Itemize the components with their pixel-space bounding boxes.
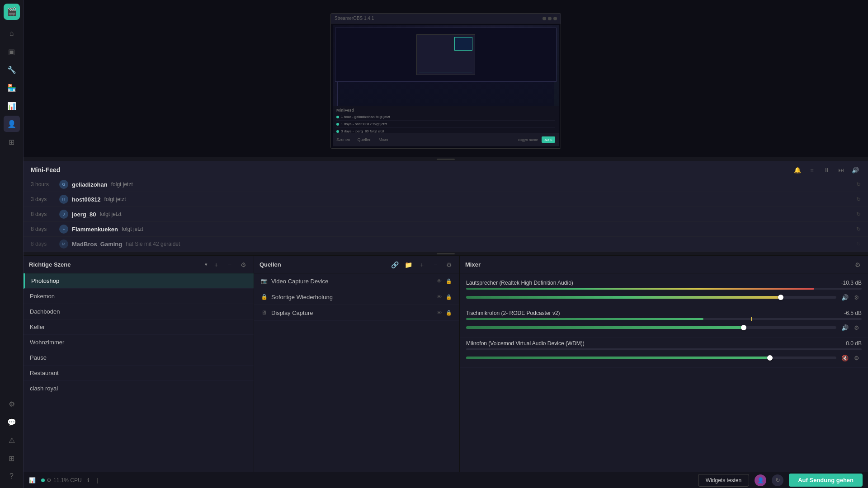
sidebar-item-users[interactable]: 👤 bbox=[4, 116, 20, 132]
widgets-test-button[interactable]: Widgets testen bbox=[698, 474, 749, 487]
mixer-track-container-3: 🔇 ⚙ bbox=[466, 353, 862, 363]
mixer-item-mikrofon: Mikrofon (Voicemod Virtual Audio Device … bbox=[460, 338, 868, 368]
source-icon-display: 🖥 bbox=[260, 309, 268, 316]
cpu-status-dot bbox=[41, 479, 45, 482]
feed-refresh-4[interactable]: ↻ bbox=[856, 226, 861, 232]
feed-avatar-3: J bbox=[59, 210, 68, 219]
sidebar-item-analytics[interactable]: 📊 bbox=[4, 98, 20, 114]
feed-refresh-1[interactable]: ↻ bbox=[856, 181, 861, 188]
status-info[interactable]: ℹ bbox=[87, 477, 90, 483]
feed-item-2: 3 days H host00312 folgt jetzt ↻ bbox=[24, 192, 868, 207]
refresh-button[interactable]: ↻ bbox=[772, 474, 783, 486]
go-live-button[interactable]: Auf Sendung gehen bbox=[789, 474, 863, 487]
scene-item-restaurant[interactable]: Restaurant bbox=[24, 366, 254, 381]
source-lock-btn-video[interactable]: 🔒 bbox=[445, 277, 453, 285]
scene-item-dachboden[interactable]: Dachboden bbox=[24, 304, 254, 319]
source-eye-btn-display[interactable]: 👁 bbox=[435, 309, 443, 317]
minifeed-filter-btn[interactable]: ≡ bbox=[807, 164, 817, 175]
preview-screen: MiniFesd 1 hour - geliadizohan folgt jet… bbox=[333, 25, 559, 146]
cpu-label: 11.1% CPU bbox=[53, 477, 82, 483]
preview-window: StreamerOBS 1.4.1 bbox=[330, 13, 561, 149]
minifeed-title: Mini-Feed bbox=[31, 166, 60, 174]
minimize-dot[interactable] bbox=[542, 17, 546, 20]
sources-link-btn[interactable]: 🔗 bbox=[390, 260, 400, 270]
mixer-track-container-1: 🔊 ⚙ bbox=[466, 292, 862, 302]
drag-handle-bar bbox=[437, 159, 455, 160]
mixer-fill-1 bbox=[466, 296, 781, 299]
sidebar-item-help[interactable]: ? bbox=[4, 468, 20, 484]
mixer-volume-btn-3[interactable]: 🔇 bbox=[840, 353, 850, 363]
sidebar-item-layout[interactable]: ⊞ bbox=[4, 450, 20, 466]
mixer-device-name-1: Lautsprecher (Realtek High Definition Au… bbox=[466, 280, 830, 286]
mixer-volume-btn-2[interactable]: 🔊 bbox=[840, 323, 850, 333]
sidebar-item-tools[interactable]: 🔧 bbox=[4, 61, 20, 78]
sidebar-item-store[interactable]: 🏪 bbox=[4, 80, 20, 96]
preview-start-btn[interactable]: Auf S bbox=[542, 136, 555, 143]
drag-handle-1[interactable] bbox=[24, 157, 868, 161]
sidebar-item-scene[interactable]: ▣ bbox=[4, 43, 20, 60]
mixer-thumb-2[interactable] bbox=[741, 325, 746, 330]
sources-panel: Quellen 🔗 📁 + − ⚙ 📷 Video Capture Device… bbox=[254, 256, 460, 488]
feed-refresh-5[interactable]: ↻ bbox=[856, 241, 861, 247]
feed-username-2: host00312 bbox=[72, 196, 101, 203]
scene-item-clash-royal[interactable]: clash royal bbox=[24, 381, 254, 396]
feed-username-4: Flammenkueken bbox=[72, 226, 118, 233]
mixer-items-list: Lautsprecher (Realtek High Definition Au… bbox=[460, 273, 868, 488]
source-name-replay: Sofortige Wiederholung bbox=[271, 294, 431, 300]
mixer-thumb-1[interactable] bbox=[778, 295, 783, 300]
source-item-video-capture[interactable]: 📷 Video Capture Device 👁 🔒 bbox=[254, 273, 459, 289]
sidebar-item-feedback[interactable]: 💬 bbox=[4, 414, 20, 430]
profile-avatar[interactable]: 👤 bbox=[755, 474, 766, 486]
mixer-volume-btn-1[interactable]: 🔊 bbox=[840, 292, 850, 302]
scenes-add-btn[interactable]: + bbox=[211, 260, 221, 270]
mixer-settings-device-btn-2[interactable]: ⚙ bbox=[852, 323, 862, 333]
main-content: StreamerOBS 1.4.1 bbox=[24, 0, 868, 488]
feed-action-3: folgt jetzt bbox=[99, 211, 121, 217]
drag-handle-2[interactable] bbox=[24, 252, 868, 255]
source-eye-btn-replay[interactable]: 👁 bbox=[435, 293, 443, 301]
feed-refresh-3[interactable]: ↻ bbox=[856, 211, 861, 217]
source-lock-btn-display[interactable]: 🔒 bbox=[445, 309, 453, 317]
sidebar-item-settings[interactable]: ⚙ bbox=[4, 396, 20, 412]
sources-settings-btn[interactable]: ⚙ bbox=[444, 260, 454, 270]
mixer-level-bar-1 bbox=[466, 288, 862, 290]
close-dot[interactable] bbox=[553, 17, 557, 20]
mixer-settings-device-btn-1[interactable]: ⚙ bbox=[852, 292, 862, 302]
scenes-dropdown-btn[interactable]: ▾ bbox=[205, 262, 208, 267]
source-item-instant-replay[interactable]: 🔒 Sofortige Wiederholung 👁 🔒 bbox=[254, 289, 459, 305]
minifeed-volume-btn[interactable]: 🔊 bbox=[850, 164, 861, 175]
feed-avatar-2: H bbox=[59, 195, 68, 204]
mixer-level-fill-2 bbox=[466, 318, 703, 320]
sidebar-item-home[interactable]: ⌂ bbox=[4, 25, 20, 42]
preview-feed-row-2: 1 days - host00312 folgt jetzt bbox=[336, 121, 555, 128]
scene-item-pokemon[interactable]: Pokemon bbox=[24, 289, 254, 304]
mixer-track-2 bbox=[466, 326, 836, 329]
sources-panel-title: Quellen bbox=[259, 261, 386, 268]
minifeed-pause-btn[interactable]: ⏸ bbox=[821, 164, 832, 175]
preview-title: StreamerOBS 1.4.1 bbox=[335, 16, 374, 21]
sources-remove-btn[interactable]: − bbox=[430, 260, 440, 270]
minifeed-bell-btn[interactable]: 🔔 bbox=[792, 164, 803, 175]
mixer-settings-device-btn-3[interactable]: ⚙ bbox=[852, 353, 862, 363]
minifeed-skip-btn[interactable]: ⏭ bbox=[835, 164, 846, 175]
sidebar-item-warning[interactable]: ⚠ bbox=[4, 432, 20, 448]
source-item-display-capture[interactable]: 🖥 Display Capture 👁 🔒 bbox=[254, 305, 459, 321]
feed-refresh-2[interactable]: ↻ bbox=[856, 196, 861, 202]
mixer-settings-btn[interactable]: ⚙ bbox=[853, 260, 863, 270]
mixer-thumb-3[interactable] bbox=[767, 355, 773, 361]
sidebar-item-grid[interactable]: ⊞ bbox=[4, 134, 20, 150]
scene-item-wohnzimmer[interactable]: Wohnzimmer bbox=[24, 335, 254, 350]
scenes-remove-btn[interactable]: − bbox=[225, 260, 235, 270]
scene-item-photoshop[interactable]: Photoshop bbox=[24, 273, 254, 289]
scene-item-keller[interactable]: Keller bbox=[24, 319, 254, 335]
scene-item-pause[interactable]: Pause bbox=[24, 350, 254, 366]
sources-folder-btn[interactable]: 📁 bbox=[403, 260, 413, 270]
source-eye-btn-video[interactable]: 👁 bbox=[435, 277, 443, 285]
source-name-display: Display Capture bbox=[271, 310, 431, 316]
sources-add-btn[interactable]: + bbox=[417, 260, 427, 270]
maximize-dot[interactable] bbox=[548, 17, 552, 20]
scenes-settings-btn[interactable]: ⚙ bbox=[238, 260, 248, 270]
source-lock-btn-replay[interactable]: 🔒 bbox=[445, 293, 453, 301]
feed-badge-3 bbox=[336, 130, 339, 133]
minifeed-header: Mini-Feed 🔔 ≡ ⏸ ⏭ 🔊 bbox=[24, 161, 868, 177]
